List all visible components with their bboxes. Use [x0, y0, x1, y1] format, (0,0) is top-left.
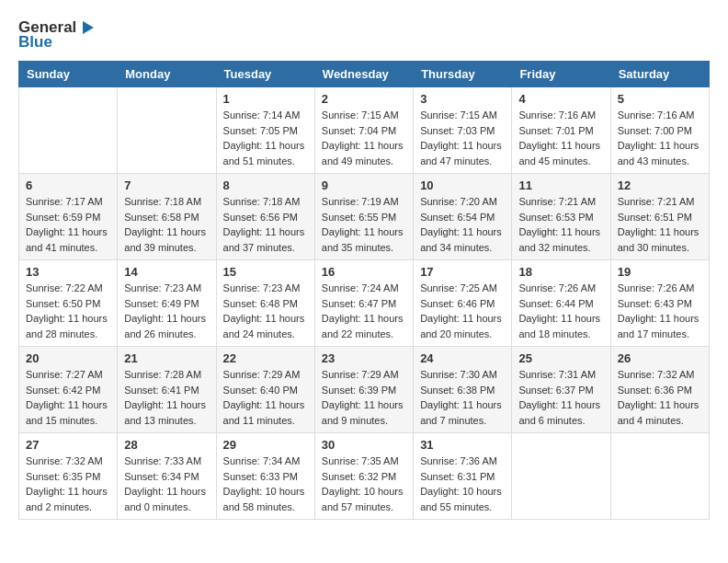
calendar-cell: 11Sunrise: 7:21 AM Sunset: 6:53 PM Dayli… [512, 174, 610, 260]
day-number: 14 [124, 265, 209, 279]
day-info: Sunrise: 7:26 AM Sunset: 6:43 PM Dayligh… [618, 281, 702, 341]
day-number: 31 [420, 438, 505, 452]
calendar-cell: 1Sunrise: 7:14 AM Sunset: 7:05 PM Daylig… [216, 87, 314, 174]
weekday-header-monday: Monday [118, 62, 216, 87]
calendar-cell: 3Sunrise: 7:15 AM Sunset: 7:03 PM Daylig… [414, 87, 512, 174]
day-info: Sunrise: 7:26 AM Sunset: 6:44 PM Dayligh… [518, 281, 603, 341]
calendar-header: SundayMondayTuesdayWednesdayThursdayFrid… [19, 62, 710, 87]
day-number: 22 [223, 351, 308, 365]
day-number: 16 [322, 265, 406, 279]
calendar-cell [19, 87, 118, 174]
day-number: 29 [223, 438, 308, 452]
weekday-header-friday: Friday [512, 62, 610, 87]
day-info: Sunrise: 7:31 AM Sunset: 6:37 PM Dayligh… [518, 367, 603, 428]
calendar-cell: 9Sunrise: 7:19 AM Sunset: 6:55 PM Daylig… [314, 174, 413, 260]
calendar-cell: 29Sunrise: 7:34 AM Sunset: 6:33 PM Dayli… [216, 433, 314, 520]
calendar-week-4: 20Sunrise: 7:27 AM Sunset: 6:42 PM Dayli… [19, 347, 710, 433]
day-number: 15 [223, 265, 308, 279]
day-number: 30 [322, 438, 406, 452]
weekday-header-tuesday: Tuesday [216, 62, 314, 87]
calendar-cell: 27Sunrise: 7:32 AM Sunset: 6:35 PM Dayli… [19, 433, 118, 520]
calendar-cell: 25Sunrise: 7:31 AM Sunset: 6:37 PM Dayli… [512, 347, 610, 433]
calendar-cell: 5Sunrise: 7:16 AM Sunset: 7:00 PM Daylig… [610, 87, 709, 174]
day-number: 19 [618, 265, 702, 279]
calendar-cell: 10Sunrise: 7:20 AM Sunset: 6:54 PM Dayli… [414, 174, 512, 260]
day-info: Sunrise: 7:21 AM Sunset: 6:51 PM Dayligh… [618, 194, 702, 255]
calendar-cell [118, 87, 216, 174]
day-number: 23 [322, 351, 406, 365]
calendar-cell: 26Sunrise: 7:32 AM Sunset: 6:36 PM Dayli… [610, 347, 709, 433]
calendar-table: SundayMondayTuesdayWednesdayThursdayFrid… [18, 61, 710, 520]
day-info: Sunrise: 7:27 AM Sunset: 6:42 PM Dayligh… [26, 367, 110, 428]
calendar-cell: 13Sunrise: 7:22 AM Sunset: 6:50 PM Dayli… [19, 260, 118, 347]
day-info: Sunrise: 7:15 AM Sunset: 7:03 PM Dayligh… [420, 108, 505, 168]
day-number: 27 [26, 438, 110, 452]
day-info: Sunrise: 7:35 AM Sunset: 6:32 PM Dayligh… [322, 454, 406, 514]
day-info: Sunrise: 7:25 AM Sunset: 6:46 PM Dayligh… [420, 281, 505, 341]
calendar-week-1: 1Sunrise: 7:14 AM Sunset: 7:05 PM Daylig… [19, 87, 710, 174]
day-number: 7 [124, 178, 209, 192]
calendar-cell: 17Sunrise: 7:25 AM Sunset: 6:46 PM Dayli… [414, 260, 512, 347]
calendar-week-5: 27Sunrise: 7:32 AM Sunset: 6:35 PM Dayli… [19, 433, 710, 520]
calendar-cell: 8Sunrise: 7:18 AM Sunset: 6:56 PM Daylig… [216, 174, 314, 260]
day-info: Sunrise: 7:20 AM Sunset: 6:54 PM Dayligh… [420, 194, 505, 255]
day-number: 18 [518, 265, 603, 279]
day-info: Sunrise: 7:15 AM Sunset: 7:04 PM Dayligh… [322, 108, 406, 168]
day-number: 4 [518, 92, 603, 106]
day-info: Sunrise: 7:28 AM Sunset: 6:41 PM Dayligh… [124, 367, 209, 428]
day-info: Sunrise: 7:23 AM Sunset: 6:49 PM Dayligh… [124, 281, 209, 341]
calendar-cell [610, 433, 709, 520]
calendar-cell: 31Sunrise: 7:36 AM Sunset: 6:31 PM Dayli… [414, 433, 512, 520]
day-number: 6 [26, 178, 110, 192]
day-info: Sunrise: 7:23 AM Sunset: 6:48 PM Dayligh… [223, 281, 308, 341]
calendar-cell: 21Sunrise: 7:28 AM Sunset: 6:41 PM Dayli… [118, 347, 216, 433]
calendar-week-2: 6Sunrise: 7:17 AM Sunset: 6:59 PM Daylig… [19, 174, 710, 260]
day-number: 24 [420, 351, 505, 365]
calendar-cell [512, 433, 610, 520]
day-info: Sunrise: 7:16 AM Sunset: 7:01 PM Dayligh… [518, 108, 603, 168]
calendar-cell: 30Sunrise: 7:35 AM Sunset: 6:32 PM Dayli… [314, 433, 413, 520]
day-number: 11 [518, 178, 603, 192]
page-header: General Blue [18, 18, 710, 52]
logo-triangle-icon [78, 19, 95, 36]
calendar-cell: 4Sunrise: 7:16 AM Sunset: 7:01 PM Daylig… [512, 87, 610, 174]
weekday-header-sunday: Sunday [19, 62, 118, 87]
calendar-week-3: 13Sunrise: 7:22 AM Sunset: 6:50 PM Dayli… [19, 260, 710, 347]
calendar-cell: 7Sunrise: 7:18 AM Sunset: 6:58 PM Daylig… [118, 174, 216, 260]
calendar-cell: 19Sunrise: 7:26 AM Sunset: 6:43 PM Dayli… [610, 260, 709, 347]
day-info: Sunrise: 7:22 AM Sunset: 6:50 PM Dayligh… [26, 281, 110, 341]
calendar-cell: 15Sunrise: 7:23 AM Sunset: 6:48 PM Dayli… [216, 260, 314, 347]
calendar-cell: 6Sunrise: 7:17 AM Sunset: 6:59 PM Daylig… [19, 174, 118, 260]
day-number: 26 [618, 351, 702, 365]
calendar-cell: 14Sunrise: 7:23 AM Sunset: 6:49 PM Dayli… [118, 260, 216, 347]
day-number: 9 [322, 178, 406, 192]
day-number: 17 [420, 265, 505, 279]
day-info: Sunrise: 7:29 AM Sunset: 6:40 PM Dayligh… [223, 367, 308, 428]
day-info: Sunrise: 7:14 AM Sunset: 7:05 PM Dayligh… [223, 108, 308, 168]
day-info: Sunrise: 7:17 AM Sunset: 6:59 PM Dayligh… [26, 194, 110, 255]
day-number: 2 [322, 92, 406, 106]
day-number: 25 [518, 351, 603, 365]
day-number: 21 [124, 351, 209, 365]
day-number: 12 [618, 178, 702, 192]
day-info: Sunrise: 7:18 AM Sunset: 6:58 PM Dayligh… [124, 194, 209, 255]
day-info: Sunrise: 7:36 AM Sunset: 6:31 PM Dayligh… [420, 454, 505, 514]
day-number: 5 [618, 92, 702, 106]
day-number: 20 [26, 351, 110, 365]
logo-blue-text: Blue [18, 33, 52, 52]
day-info: Sunrise: 7:21 AM Sunset: 6:53 PM Dayligh… [518, 194, 603, 255]
day-number: 13 [26, 265, 110, 279]
day-info: Sunrise: 7:24 AM Sunset: 6:47 PM Dayligh… [322, 281, 406, 341]
day-info: Sunrise: 7:33 AM Sunset: 6:34 PM Dayligh… [124, 454, 209, 514]
logo: General Blue [18, 18, 95, 52]
calendar-cell: 28Sunrise: 7:33 AM Sunset: 6:34 PM Dayli… [118, 433, 216, 520]
calendar-cell: 24Sunrise: 7:30 AM Sunset: 6:38 PM Dayli… [414, 347, 512, 433]
calendar-cell: 2Sunrise: 7:15 AM Sunset: 7:04 PM Daylig… [314, 87, 413, 174]
day-number: 10 [420, 178, 505, 192]
weekday-header-wednesday: Wednesday [314, 62, 413, 87]
day-info: Sunrise: 7:16 AM Sunset: 7:00 PM Dayligh… [618, 108, 702, 168]
day-info: Sunrise: 7:34 AM Sunset: 6:33 PM Dayligh… [223, 454, 308, 514]
calendar-body: 1Sunrise: 7:14 AM Sunset: 7:05 PM Daylig… [19, 87, 710, 520]
day-number: 1 [223, 92, 308, 106]
calendar-cell: 18Sunrise: 7:26 AM Sunset: 6:44 PM Dayli… [512, 260, 610, 347]
